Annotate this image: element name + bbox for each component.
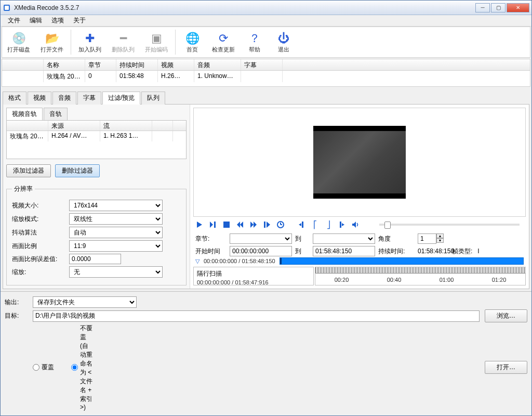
home-button[interactable]: 🌐首页 [178, 28, 207, 57]
svg-marker-19 [352, 222, 356, 228]
file-list: 名称 章节 持续时间 视频 音频 字幕 玫瑰岛 20… 0 01:58:48 H… [2, 59, 530, 87]
timeline-column: 00:2000:4001:0001:20 00:2000:4001:0001:2… [315, 267, 526, 285]
chapter-to-select[interactable] [313, 233, 375, 244]
clock-icon[interactable] [275, 220, 286, 229]
bottom-panel: 输出: 保存到文件夹 目标: 浏览… 覆盖 不覆盖 (自动重命名为 <文件名 +… [1, 291, 531, 415]
mark-out-icon[interactable] [337, 220, 347, 229]
right-panel: ⎡ ⎦ 章节: 到 角度 ▲▼ 开始时间 到 持续时间: 01:58:48:15 [190, 105, 529, 289]
disc-icon: 💿 [12, 31, 26, 46]
tab-queue[interactable]: 队列 [141, 92, 165, 105]
spin-up-icon[interactable]: ▲ [436, 233, 444, 238]
video-size-select[interactable]: 176x144 [69, 200, 163, 211]
add-queue-button[interactable]: ✚加入队列 [73, 28, 107, 57]
no-overwrite-radio[interactable]: 不覆盖 (自动重命名为 <文件名 + 索引>) [71, 324, 94, 411]
end-time-input[interactable] [313, 246, 375, 256]
open-file-button[interactable]: 📂打开文件 [35, 28, 69, 57]
mark-start-icon[interactable]: ⎡ [310, 220, 320, 229]
svg-rect-17 [340, 222, 341, 228]
fastfwd-icon[interactable] [248, 220, 259, 229]
mark-in-icon[interactable] [296, 220, 307, 229]
chapter-from-select[interactable] [230, 233, 292, 244]
svg-marker-16 [299, 223, 301, 226]
mark-end-icon[interactable]: ⎦ [323, 220, 334, 229]
close-button[interactable]: ✕ [507, 3, 529, 12]
app-window: XMedia Recode 3.5.2.7 ─ ▢ ✕ 文件 编辑 选项 关于 … [0, 0, 532, 416]
folder-icon: 📂 [45, 31, 59, 46]
start-time-input[interactable] [230, 246, 292, 256]
overwrite-radio[interactable]: 覆盖 [33, 363, 56, 372]
del-queue-button[interactable]: ━删除队列 [107, 28, 140, 57]
svg-rect-5 [223, 222, 230, 228]
svg-rect-10 [264, 222, 265, 228]
titlebar[interactable]: XMedia Recode 3.5.2.7 ─ ▢ ✕ [1, 1, 531, 15]
tab-subtitle[interactable]: 字幕 [77, 92, 101, 105]
progress-bar[interactable] [280, 257, 524, 265]
spin-down-icon[interactable]: ▼ [436, 238, 444, 243]
svg-marker-2 [197, 222, 202, 228]
svg-marker-11 [267, 222, 270, 228]
col-name[interactable]: 名称 [44, 59, 85, 70]
svg-marker-7 [240, 222, 243, 228]
col-stream[interactable]: 流 [100, 121, 152, 131]
next-icon[interactable] [208, 220, 218, 229]
svg-marker-8 [250, 222, 254, 228]
chevron-down-icon[interactable]: ▽ [195, 258, 200, 265]
output-mode-select[interactable]: 保存到文件夹 [33, 296, 137, 308]
player-controls: ⎡ ⎦ [193, 217, 526, 232]
col-video[interactable]: 视频 [158, 59, 194, 70]
menu-about[interactable]: 关于 [69, 15, 90, 26]
file-row[interactable]: 玫瑰岛 20… 0 01:58:48 H.26… 1. Unknow… [2, 71, 530, 82]
menu-file[interactable]: 文件 [4, 15, 24, 26]
menu-edit[interactable]: 编辑 [25, 15, 46, 26]
check-update-button[interactable]: ⟳检查更新 [207, 28, 240, 57]
step-icon[interactable] [262, 220, 272, 229]
scale-mode-select[interactable]: 双线性 [69, 213, 163, 225]
play-icon[interactable] [194, 220, 205, 229]
browse-button[interactable]: 浏览… [485, 309, 527, 322]
menu-options[interactable]: 选项 [47, 15, 68, 26]
tab-format[interactable]: 格式 [3, 92, 26, 105]
aspect-select[interactable]: 11:9 [69, 240, 163, 252]
rewind-icon[interactable] [235, 220, 245, 229]
col-source[interactable]: 来源 [48, 121, 100, 131]
zoom-select[interactable]: 无 [69, 266, 163, 278]
dither-select[interactable]: 自动 [69, 227, 163, 238]
start-encode-button[interactable]: ▣开始编码 [140, 28, 173, 57]
left-panel: 视频音轨 音轨 来源 流 玫瑰岛 202… H.264 / AV… 1. H.2… [3, 105, 190, 289]
volume-icon[interactable] [350, 220, 361, 229]
aspect-error-input[interactable] [69, 254, 121, 264]
toolbar: 💿打开磁盘 📂打开文件 ✚加入队列 ━删除队列 ▣开始编码 🌐首页 ⟳检查更新 … [2, 27, 530, 58]
maximize-button[interactable]: ▢ [491, 3, 506, 12]
minimize-button[interactable]: ─ [475, 3, 490, 12]
globe-icon: 🌐 [185, 31, 200, 46]
video-preview[interactable] [313, 126, 406, 199]
subtab-video-track[interactable]: 视频音轨 [6, 108, 43, 120]
angle-spinner[interactable]: ▲▼ [418, 233, 449, 244]
svg-marker-3 [210, 222, 213, 228]
tab-video[interactable]: 视频 [28, 92, 51, 105]
open-button[interactable]: 打开… [485, 361, 527, 374]
minus-icon: ━ [120, 31, 127, 46]
help-button[interactable]: ？帮助 [240, 28, 269, 57]
target-path-input[interactable] [33, 310, 480, 322]
filter-item-deinterlace[interactable]: 隔行扫描 00:00:00:000 / 01:58:47:916 [194, 267, 313, 285]
track-row[interactable]: 玫瑰岛 202… H.264 / AV… 1. H.263 1… [7, 131, 186, 141]
col-audio[interactable]: 音频 [194, 59, 241, 70]
tab-filter[interactable]: 过滤/预览 [102, 92, 140, 105]
svg-rect-4 [214, 222, 216, 228]
tab-audio[interactable]: 音频 [52, 92, 76, 105]
col-chapter[interactable]: 章节 [85, 59, 116, 70]
stop-icon[interactable] [221, 220, 232, 229]
plus-icon: ✚ [85, 31, 95, 46]
col-subtitle[interactable]: 字幕 [241, 59, 283, 70]
open-disc-button[interactable]: 💿打开磁盘 [2, 28, 35, 57]
subtab-audio-track[interactable]: 音轨 [44, 108, 68, 120]
add-filter-button[interactable]: 添加过滤器 [6, 164, 51, 177]
ruler-1[interactable]: 00:2000:4001:0001:20 [315, 267, 525, 285]
exit-button[interactable]: ⏻退出 [269, 28, 298, 57]
app-icon [3, 4, 11, 12]
delete-filter-button[interactable]: 删除过滤器 [55, 164, 100, 177]
menubar: 文件 编辑 选项 关于 [1, 15, 531, 27]
col-duration[interactable]: 持续时间 [116, 59, 158, 70]
seek-slider[interactable] [379, 224, 520, 226]
